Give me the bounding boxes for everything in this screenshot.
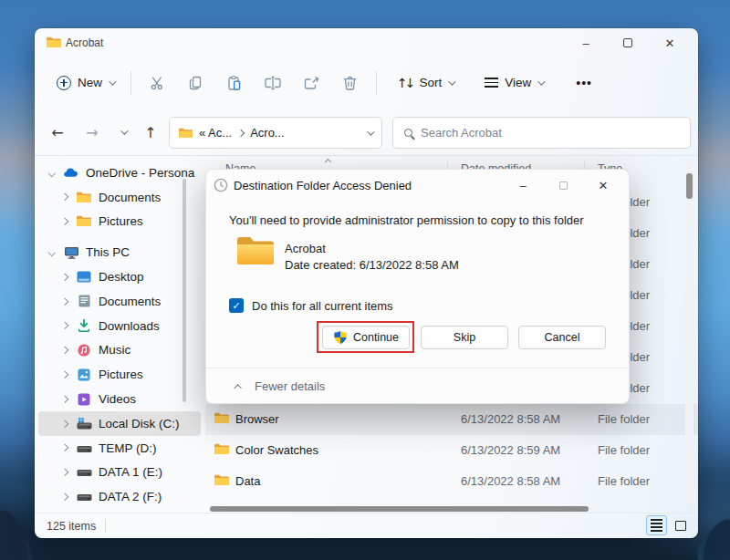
sort-button[interactable]: ↑↓ Sort <box>388 69 463 97</box>
dialog-folder-icon <box>236 235 275 271</box>
chevron-right-icon[interactable] <box>61 322 68 329</box>
sidebar-item-label: DATA 2 (F:) <box>99 490 162 503</box>
dialog-title: Destination Folder Access Denied <box>234 179 412 192</box>
large-icons-view-toggle[interactable] <box>670 515 691 535</box>
cancel-button[interactable]: Cancel <box>518 326 606 349</box>
sidebar-item-videos[interactable]: Videos <box>38 387 201 411</box>
close-button[interactable]: ✕ <box>649 28 691 57</box>
recent-locations-button[interactable] <box>110 119 137 146</box>
forward-arrow-icon: → <box>86 124 98 141</box>
chevron-up-icon <box>234 384 241 391</box>
forward-button[interactable]: → <box>78 119 106 146</box>
horizontal-scrollbar-thumb[interactable] <box>210 506 589 512</box>
window-titlebar[interactable]: Acrobat – ✕ <box>35 28 698 57</box>
sidebar-item-local-disk-c[interactable]: Local Disk (C:) <box>38 411 201 436</box>
chevron-right-icon[interactable] <box>61 469 68 476</box>
dialog-titlebar[interactable]: Destination Folder Access Denied – ✕ <box>206 170 629 201</box>
sidebar-item-label: Downloads <box>99 319 160 333</box>
copy-button[interactable] <box>177 67 215 99</box>
apply-to-all-checkbox-row[interactable]: ✓ Do this for all current items <box>229 298 393 313</box>
see-more-button[interactable]: ••• <box>567 69 601 97</box>
chevron-down-icon <box>537 78 545 85</box>
rename-icon <box>264 75 282 91</box>
paste-button[interactable] <box>215 67 254 99</box>
breadcrumb-current[interactable]: Acro... <box>250 126 285 140</box>
chevron-down-icon[interactable] <box>48 170 56 177</box>
sidebar-item-data-1-e[interactable]: DATA 1 (E:) <box>38 461 201 485</box>
chevron-down-icon <box>120 127 128 134</box>
address-dropdown-icon[interactable] <box>367 128 374 135</box>
chevron-right-icon[interactable] <box>61 444 68 451</box>
new-button[interactable]: New <box>47 69 123 97</box>
share-button[interactable] <box>292 67 330 99</box>
downloads-icon <box>75 319 93 332</box>
continue-button[interactable]: Continue <box>322 326 410 349</box>
view-button-label: View <box>505 76 531 89</box>
back-button[interactable]: ← <box>44 119 71 146</box>
sidebar-item-pictures[interactable]: Pictures <box>38 210 201 234</box>
table-row-color-swatches[interactable]: Color Swatches6/13/2022 8:59 AMFile fold… <box>205 435 698 466</box>
chevron-right-icon[interactable] <box>61 371 68 379</box>
sidebar-item-data-2-f[interactable]: DATA 2 (F:) <box>38 484 201 509</box>
details-view-toggle[interactable] <box>646 515 667 535</box>
search-icon <box>404 129 412 137</box>
toolbar-divider <box>376 71 377 95</box>
chevron-right-icon[interactable] <box>61 193 68 201</box>
checkbox-checked-icon[interactable]: ✓ <box>229 298 244 313</box>
uac-shield-icon <box>333 330 348 345</box>
status-divider <box>105 519 106 533</box>
command-toolbar: New ↑↓ Sort View <box>35 57 698 108</box>
onedrive-cloud-icon <box>62 167 80 178</box>
sidebar-item-documents[interactable]: Documents <box>38 185 201 210</box>
sidebar-item-music[interactable]: Music <box>38 338 201 363</box>
sidebar-item-downloads[interactable]: Downloads <box>38 314 201 338</box>
sidebar-scrollbar[interactable] <box>182 179 186 402</box>
sidebar-item-label: DATA 1 (E:) <box>99 465 162 479</box>
table-row-data[interactable]: Data6/13/2022 8:58 AMFile folder <box>205 466 698 497</box>
copy-icon <box>188 75 204 91</box>
folder-icon <box>214 443 229 458</box>
breadcrumb-parent[interactable]: « Ac... <box>199 126 232 140</box>
view-button[interactable]: View <box>475 69 552 96</box>
dialog-close-button[interactable]: ✕ <box>583 170 623 201</box>
chevron-down-icon <box>448 78 455 85</box>
search-box[interactable]: Search Acrobat <box>392 117 691 149</box>
up-button[interactable]: ↑ <box>137 119 164 146</box>
sidebar-item-this-pc[interactable]: This PC <box>38 240 201 264</box>
sidebar-item-temp-d[interactable]: TEMP (D:) <box>38 436 201 461</box>
videos-icon <box>75 393 93 406</box>
plus-circle-icon <box>57 76 71 90</box>
access-denied-dialog: Destination Folder Access Denied – ✕ You… <box>205 169 630 404</box>
sort-button-label: Sort <box>419 76 442 89</box>
chevron-right-icon[interactable] <box>61 396 68 403</box>
cut-button[interactable] <box>139 67 177 99</box>
chevron-right-icon[interactable] <box>61 493 68 501</box>
sidebar-item-pictures[interactable]: Pictures <box>38 362 201 387</box>
chevron-right-icon[interactable] <box>61 420 68 427</box>
skip-button[interactable]: Skip <box>421 326 508 349</box>
sidebar-item-onedrive-persona[interactable]: OneDrive - Persona <box>38 161 201 185</box>
pictures-icon <box>75 368 93 381</box>
sidebar-item-label: Desktop <box>99 270 144 284</box>
sidebar-item-label: Local Disk (C:) <box>99 417 180 430</box>
minimize-button[interactable]: – <box>565 28 607 57</box>
vertical-scrollbar-track[interactable] <box>685 162 694 506</box>
breadcrumb[interactable]: « Ac... Acro... <box>169 117 382 149</box>
file-type: File folder <box>598 443 650 457</box>
sidebar-item-desktop[interactable]: Desktop <box>38 264 201 289</box>
chevron-down-icon[interactable] <box>48 249 56 256</box>
dialog-minimize-button[interactable]: – <box>503 170 543 201</box>
chevron-right-icon[interactable] <box>61 347 68 354</box>
toolbar-divider <box>130 71 131 95</box>
sidebar-item-documents[interactable]: Documents <box>38 289 201 314</box>
chevron-right-icon[interactable] <box>61 218 68 225</box>
chevron-right-icon[interactable] <box>61 274 68 281</box>
table-row-browser[interactable]: Browser6/13/2022 8:58 AMFile folder <box>205 404 698 435</box>
chevron-right-icon[interactable] <box>61 297 68 305</box>
dialog-maximize-button[interactable] <box>543 170 583 201</box>
maximize-button[interactable] <box>607 28 649 57</box>
rename-button[interactable] <box>254 67 292 99</box>
delete-button[interactable] <box>330 67 369 99</box>
vertical-scrollbar-thumb[interactable] <box>686 173 693 199</box>
fewer-details-toggle[interactable]: Fewer details <box>236 379 325 393</box>
